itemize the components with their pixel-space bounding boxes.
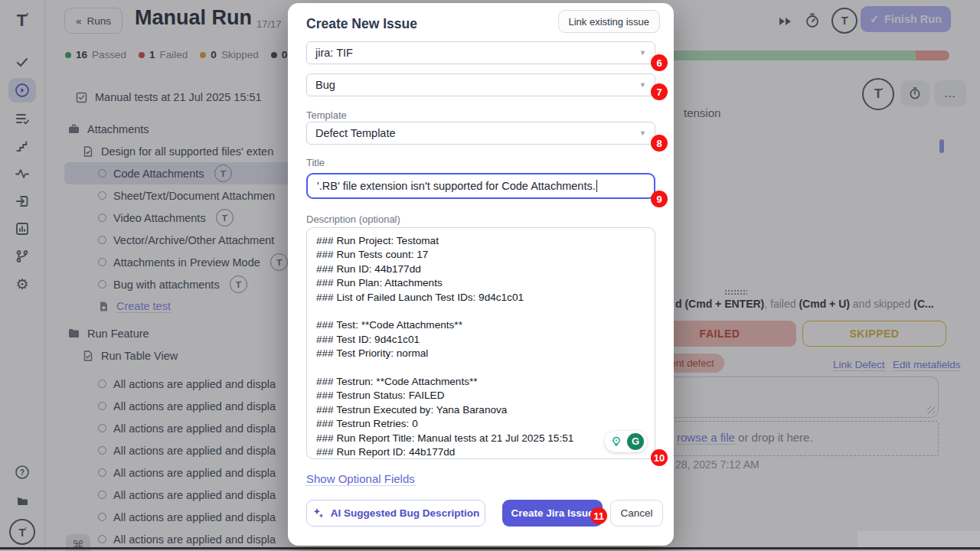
chevron-down-icon: ▼	[639, 81, 646, 89]
step-badge-9: 9	[651, 191, 668, 207]
step-badge-6: 6	[651, 54, 668, 71]
chevron-down-icon: ▼	[639, 49, 646, 57]
step-badge-11: 11	[590, 507, 607, 524]
chevron-down-icon: ▼	[639, 129, 646, 137]
issue-type-select[interactable]: Bug ▼	[306, 73, 655, 96]
cancel-button[interactable]: Cancel	[610, 500, 663, 527]
template-label: Template	[306, 109, 347, 121]
grammarly-widget[interactable]: G	[605, 431, 647, 452]
horizontal-scrollbar[interactable]	[0, 547, 980, 549]
create-jira-issue-button[interactable]: Create Jira Issue	[502, 500, 603, 527]
sparkles-icon	[312, 507, 325, 520]
issue-title-input[interactable]: '.RB' file extension isn't supported for…	[306, 173, 655, 199]
link-existing-issue-button[interactable]: Link existing issue	[558, 10, 661, 33]
description-label: Description (optional)	[306, 214, 400, 225]
step-badge-7: 7	[651, 83, 668, 100]
text-cursor	[596, 180, 597, 192]
show-optional-fields-link[interactable]: Show Optional Fields	[306, 472, 415, 486]
modal-title: Create New Issue	[306, 16, 417, 32]
issue-description-textarea[interactable]: ### Run Project: Testomat ### Run Tests …	[306, 227, 655, 459]
issue-description-value: ### Run Project: Testomat ### Run Tests …	[316, 235, 573, 458]
grammarly-icon[interactable]: G	[627, 433, 644, 450]
issue-title-value: '.RB' file extension isn't supported for…	[317, 180, 596, 192]
step-badge-10: 10	[651, 449, 668, 466]
issue-tracker-value: jira: TIF	[315, 47, 353, 59]
issue-type-value: Bug	[315, 79, 335, 91]
issue-tracker-select[interactable]: jira: TIF ▼	[306, 41, 655, 64]
ai-button-label: AI Suggested Bug Description	[331, 507, 479, 519]
create-issue-modal: Create New Issue Link existing issue jir…	[288, 3, 674, 546]
step-badge-8: 8	[651, 135, 668, 152]
ai-suggested-description-button[interactable]: AI Suggested Bug Description	[306, 500, 485, 527]
suggestion-bulb-icon[interactable]	[608, 433, 625, 450]
title-label: Title	[306, 157, 325, 168]
template-select[interactable]: Defect Template ▼	[306, 122, 655, 145]
scrollbar-track	[858, 531, 980, 547]
template-value: Defect Template	[315, 127, 396, 139]
